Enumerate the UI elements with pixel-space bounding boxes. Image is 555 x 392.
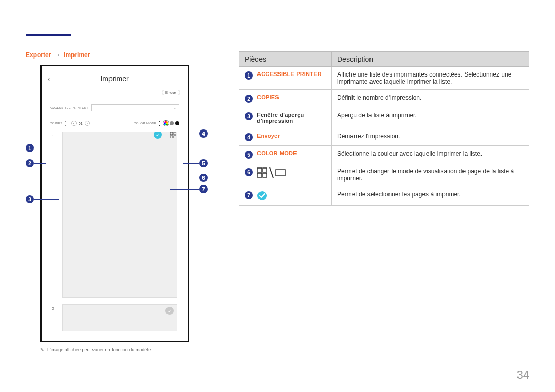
part-description: Sélectionne la couleur avec laquelle imp…	[332, 146, 529, 163]
row-number: 6	[245, 168, 253, 176]
table-row: 4Envoyer Démarrez l'impression.	[239, 128, 529, 146]
callout-bullet-7: 7	[199, 185, 208, 193]
copies-increment[interactable]: ›	[85, 121, 90, 126]
col-header-pieces: Pièces	[239, 52, 332, 67]
left-column: Exporter → Imprimer 1 2 3 4 5 6 7 ‹ Impr…	[26, 51, 234, 352]
leader-line	[182, 134, 199, 134]
table-row: 7 Permet de sélectionner les pages à imp…	[239, 186, 529, 206]
part-description: Affiche une liste des imprimantes connec…	[332, 67, 529, 90]
view-toggle-icon[interactable]	[170, 132, 176, 138]
table-row: 1ACCESSIBLE PRINTER Affiche une liste de…	[239, 67, 529, 90]
row-number: 2	[245, 95, 253, 103]
part-description: Définit le nombre d'impression.	[332, 90, 529, 107]
breadcrumb: Exporter → Imprimer	[26, 51, 234, 59]
leader-line	[34, 163, 46, 164]
row-number: 1	[245, 71, 253, 80]
preview-page-1[interactable]	[62, 132, 177, 298]
arrow-right-icon: →	[54, 51, 61, 59]
part-description: Permet de sélectionner les pages à impri…	[332, 186, 529, 206]
parts-table: Pièces Description 1ACCESSIBLE PRINTER A…	[239, 51, 529, 206]
part-description: Démarrez l'impression.	[332, 128, 529, 146]
part-name: Fenêtre d'aperçu d'impression	[257, 111, 326, 124]
callout-bullet-6: 6	[199, 174, 208, 182]
preview-page-2-row: 2 ✓	[50, 304, 179, 331]
printer-select[interactable]: ⌄	[91, 104, 179, 111]
footnote: ✎L'image affichée peut varier en fonctio…	[40, 347, 234, 352]
svg-rect-0	[170, 132, 173, 135]
part-name: Envoyer	[257, 133, 280, 139]
device-mockup: ‹ Imprimer Envoyer ACCESSIBLE PRINTER : …	[40, 65, 189, 342]
leader-line	[183, 163, 199, 164]
svg-rect-5	[263, 168, 267, 172]
row-number: 5	[245, 151, 253, 159]
leader-line	[34, 199, 59, 200]
check-circle-icon	[257, 191, 267, 201]
page-content: Exporter → Imprimer 1 2 3 4 5 6 7 ‹ Impr…	[26, 51, 529, 352]
note-icon: ✎	[40, 347, 44, 352]
screen-title-row: ‹ Imprimer	[47, 72, 182, 88]
part-name: COLOR MODE	[257, 150, 297, 156]
right-column: Pièces Description 1ACCESSIBLE PRINTER A…	[239, 51, 529, 352]
table-row: 6 Permet de changer le mode de v	[239, 163, 529, 186]
callout-bullet-5: 5	[199, 159, 208, 167]
preview-page-2[interactable]: ✓	[62, 304, 177, 331]
color-mode-black[interactable]	[175, 121, 179, 125]
table-row: 2COPIES Définit le nombre d'impression.	[239, 90, 529, 107]
top-rule	[26, 35, 529, 35]
chevron-down-icon: ⌄	[173, 105, 177, 110]
footnote-text: L'image affichée peut varier en fonction…	[47, 347, 152, 352]
col-header-description: Description	[332, 52, 529, 67]
svg-line-8	[270, 167, 273, 178]
options-row: COPIES : ‹ 01 › COLOR MODE :	[50, 119, 179, 128]
copies-value: 01	[79, 122, 83, 125]
table-row: 3Fenêtre d'aperçu d'impression Aperçu de…	[239, 107, 529, 128]
callout-bullet-4: 4	[199, 129, 208, 138]
row-number: 7	[245, 191, 253, 199]
parts-table-body: 1ACCESSIBLE PRINTER Affiche une liste de…	[239, 67, 529, 206]
callout-bullet-3: 3	[26, 195, 34, 203]
screen-title: Imprimer	[47, 72, 182, 83]
part-description: Aperçu de la liste à imprimer.	[332, 107, 529, 128]
copies-label: COPIES	[50, 122, 62, 125]
chevron-left-icon[interactable]: ‹	[48, 76, 50, 83]
svg-rect-9	[276, 170, 285, 176]
copies-decrement[interactable]: ‹	[71, 121, 77, 126]
svg-rect-2	[170, 136, 173, 138]
print-preview-area: 1 ✓ 2 ✓	[50, 132, 179, 331]
color-mode-options	[164, 121, 179, 125]
table-row: 5COLOR MODE Sélectionne la couleur avec …	[239, 146, 529, 163]
svg-rect-3	[174, 136, 176, 138]
top-accent-bar	[26, 34, 71, 36]
callout-bullet-1: 1	[26, 144, 34, 152]
page-number-1: 1	[52, 134, 54, 138]
printer-row: ACCESSIBLE PRINTER : ⌄	[50, 103, 179, 113]
view-toggle-icon	[257, 167, 286, 178]
leader-line	[182, 178, 199, 178]
printer-label: ACCESSIBLE PRINTER :	[50, 106, 88, 109]
color-mode-label: COLOR MODE	[134, 122, 156, 125]
leader-line	[34, 148, 46, 148]
part-description: Permet de changer le mode de visualisati…	[332, 163, 529, 186]
send-button[interactable]: Envoyer	[162, 90, 180, 95]
page-select-uncheck-icon[interactable]: ✓	[165, 307, 174, 315]
leader-line	[170, 189, 199, 190]
preview-page-1-row: 1 ✓	[50, 132, 179, 301]
svg-rect-1	[174, 132, 176, 135]
page-number-2: 2	[52, 306, 54, 311]
row-number: 4	[245, 133, 253, 141]
row-number: 3	[245, 112, 253, 120]
part-name: COPIES	[257, 94, 279, 100]
color-mode-gray[interactable]	[170, 121, 174, 125]
breadcrumb-imprimer: Imprimer	[64, 51, 90, 59]
page-divider	[62, 301, 177, 301]
callout-bullet-2: 2	[26, 159, 34, 167]
svg-rect-6	[257, 173, 262, 177]
svg-rect-7	[263, 173, 267, 177]
svg-rect-4	[257, 168, 262, 172]
device-screen: ‹ Imprimer Envoyer ACCESSIBLE PRINTER : …	[47, 72, 182, 334]
color-mode-color[interactable]	[164, 121, 168, 125]
breadcrumb-exporter: Exporter	[26, 51, 51, 59]
part-name: ACCESSIBLE PRINTER	[257, 71, 322, 77]
page-number: 34	[517, 368, 529, 382]
